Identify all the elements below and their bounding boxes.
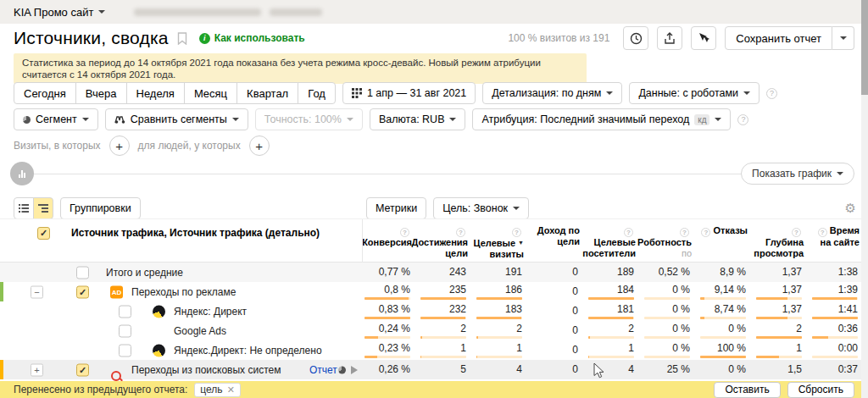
compare-cursors-button[interactable] xyxy=(691,26,716,50)
row-checkbox[interactable] xyxy=(119,344,131,357)
counter-selector[interactable]: KIA Промо сайт xyxy=(14,6,105,19)
table-body: Итого и средние0,77 %24319101890,52 %8,9… xyxy=(0,263,868,379)
value-bar xyxy=(364,336,410,339)
row-checkbox[interactable] xyxy=(76,266,89,279)
add-visits-filter-button[interactable]: + xyxy=(109,135,130,156)
expander-minus-icon[interactable]: − xyxy=(31,285,43,298)
row-label[interactable]: Яндекс.Директ: Не определено xyxy=(174,345,322,357)
how-to-use-link[interactable]: i Как использовать xyxy=(199,32,305,44)
column-title[interactable]: ?Достиженияцели xyxy=(412,225,468,259)
close-icon[interactable]: ✕ xyxy=(227,384,235,395)
value-bar xyxy=(700,317,746,319)
table-row-2[interactable]: Яндекс: Директ0,83 %23218301810 %8,74 %1… xyxy=(0,301,868,321)
metric-value: 1 xyxy=(475,340,531,360)
help-icon: ? xyxy=(792,228,801,237)
attribution-label: Атрибуция: Последний значимый переход xyxy=(481,113,689,125)
export-button[interactable] xyxy=(657,26,682,50)
list-view-toggle[interactable] xyxy=(14,197,34,219)
preset-button-2[interactable]: Неделя xyxy=(126,82,185,104)
gear-icon[interactable]: ⚙ xyxy=(845,201,856,216)
save-report-dropdown[interactable] xyxy=(832,26,854,50)
row-label[interactable]: Переходы из поисковых систем xyxy=(131,364,281,376)
play-icon[interactable] xyxy=(351,366,358,374)
value-bar xyxy=(420,356,466,358)
goal-dropdown[interactable]: Цель: Звонок xyxy=(433,197,529,219)
value-bar xyxy=(588,356,634,358)
chart-knob-icon[interactable] xyxy=(10,162,34,185)
row-checkbox[interactable] xyxy=(119,305,131,318)
data-mode-dropdown[interactable]: Данные: с роботами xyxy=(629,82,760,104)
row-checkbox[interactable] xyxy=(119,324,131,337)
scrollbar-thumb[interactable] xyxy=(861,0,868,95)
tree-view-toggle[interactable] xyxy=(33,197,53,219)
preset-button-3[interactable]: Месяц xyxy=(184,82,237,104)
metrics-button[interactable]: Метрики xyxy=(366,197,426,219)
page-title: Источники, сводка xyxy=(14,28,169,48)
row-label[interactable]: Переходы по рекламе xyxy=(131,286,236,298)
table-row-0[interactable]: Итого и средние0,77 %24319101890,52 %8,9… xyxy=(0,263,868,282)
column-title[interactable]: Доход поцели xyxy=(537,225,580,247)
row-label[interactable]: Google Ads xyxy=(174,325,226,337)
metric-value: 2 xyxy=(587,321,643,340)
reset-button[interactable]: Сбросить xyxy=(787,382,854,398)
row-label[interactable]: Яндекс: Директ xyxy=(174,306,247,318)
metrica-sources-report: KIA Промо сайт Источники, сводка i Как и… xyxy=(0,0,868,398)
keep-button[interactable]: Оставить xyxy=(714,382,780,398)
value-bar xyxy=(700,336,746,339)
segment-dropdown[interactable]: Сегмент xyxy=(14,108,98,130)
table-row-1[interactable]: −✓ADПереходы по рекламе0,8 %23518601840 … xyxy=(0,282,868,301)
expander-plus-icon[interactable]: + xyxy=(31,363,43,376)
vertical-scrollbar[interactable] xyxy=(861,0,868,398)
pie-icon[interactable] xyxy=(338,366,346,373)
metric-value: 5 xyxy=(419,360,475,379)
column-title[interactable]: ?Целевые▼визиты xyxy=(474,225,524,260)
metric-value: 0,24 % xyxy=(363,321,419,340)
help-icon[interactable]: ? xyxy=(737,114,748,125)
groupings-button[interactable]: Группировки xyxy=(60,197,141,219)
value-bar xyxy=(476,297,522,300)
metric-value: 2 xyxy=(754,321,810,340)
preset-group: СегодняВчераНеделяМесяцКварталГод xyxy=(14,82,336,104)
detalization-dropdown[interactable]: Детализация: по дням xyxy=(482,82,622,104)
sort-desc-icon: ▼ xyxy=(518,240,524,246)
bookmark-icon[interactable] xyxy=(177,32,187,45)
show-graph-label: Показать график xyxy=(752,168,832,180)
row-label-cell: Google Ads xyxy=(0,321,363,340)
currency-dropdown[interactable]: Валюта: RUB xyxy=(370,108,466,130)
table-row-3[interactable]: Google Ads0,24 %22020 %0 %20:36 xyxy=(0,321,868,340)
goal-filter-chip[interactable]: цель ✕ xyxy=(194,383,241,397)
table-row-4[interactable]: Яндекс.Директ: Не определено0,23 %11010 … xyxy=(0,340,868,360)
table-row-5[interactable]: +✓Переходы из поисковых системОтчет0,26 … xyxy=(0,360,868,379)
row-label[interactable]: Итого и средние xyxy=(106,267,183,279)
row-checkbox[interactable]: ✓ xyxy=(76,285,89,298)
report-link[interactable]: Отчет xyxy=(309,364,337,376)
column-title[interactable]: ?Времяна сайте xyxy=(818,225,860,248)
chevron-down-icon xyxy=(606,91,613,95)
show-graph-button[interactable]: Показать график xyxy=(741,163,854,185)
metric-value: 100 % xyxy=(698,340,754,360)
column-title[interactable]: ?Целевыепосетители xyxy=(582,225,636,259)
column-title[interactable]: ?Глубинапросмотра xyxy=(754,225,804,259)
preset-button-5[interactable]: Год xyxy=(298,82,336,104)
row-checkbox[interactable]: ✓ xyxy=(76,363,89,376)
metric-value: 0 % xyxy=(643,340,698,360)
pie-icon xyxy=(23,116,31,124)
date-range-button[interactable]: 1 апр — 31 авг 2021 xyxy=(342,82,476,104)
column-title[interactable]: ?Конверсия xyxy=(362,225,412,248)
preset-button-1[interactable]: Вчера xyxy=(75,82,127,104)
preset-button-4[interactable]: Квартал xyxy=(236,82,298,104)
value-bar xyxy=(644,297,690,300)
add-people-filter-button[interactable]: + xyxy=(249,135,270,156)
column-title[interactable]: ?Отказы xyxy=(701,225,748,237)
metric-value: 0 % xyxy=(698,360,754,379)
visits-filter-label: Визиты, в которых xyxy=(14,140,101,152)
attribution-dropdown[interactable]: Атрибуция: Последний значимый переход кд xyxy=(472,108,731,130)
save-report-button[interactable]: Сохранить отчет xyxy=(725,26,832,50)
history-button[interactable] xyxy=(623,26,648,50)
value-bar xyxy=(756,356,802,358)
people-filter-label: для людей, у которых xyxy=(138,140,241,152)
help-icon[interactable]: ? xyxy=(766,88,777,99)
compare-segments-dropdown[interactable]: Сравнить сегменты xyxy=(105,108,248,130)
select-all-checkbox[interactable]: ✓ xyxy=(37,227,50,240)
preset-button-0[interactable]: Сегодня xyxy=(14,82,76,104)
